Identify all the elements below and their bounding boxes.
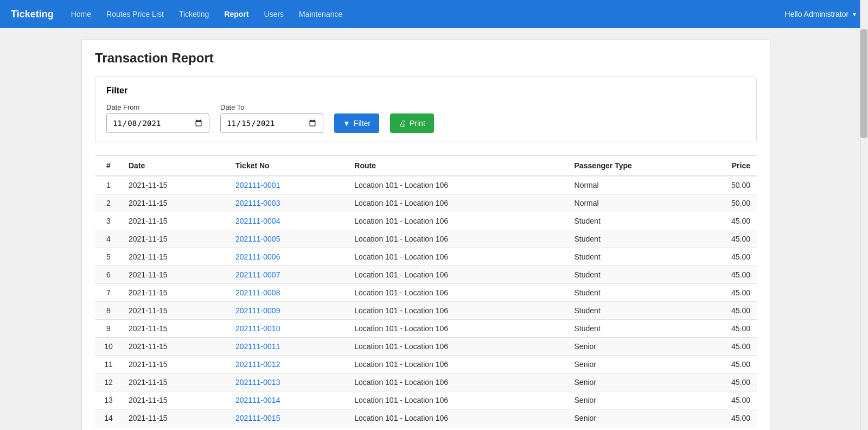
cell-passenger-type: Student (568, 248, 713, 266)
ticket-link[interactable]: 202111-0013 (235, 378, 280, 387)
table-row: 52021-11-15202111-0006Location 101 - Loc… (95, 248, 757, 266)
cell-passenger-type: Normal (568, 176, 713, 194)
cell-ticket: 202111-0012 (229, 356, 348, 374)
cell-price: 45.00 (713, 266, 757, 284)
cell-passenger-type: Senior (568, 356, 713, 374)
date-from-input[interactable] (106, 113, 209, 133)
cell-price: 45.00 (713, 248, 757, 266)
ticket-link[interactable]: 202111-0004 (235, 217, 280, 225)
cell-date: 2021-11-15 (122, 248, 229, 266)
date-to-label: Date To (220, 103, 323, 111)
cell-route: Location 101 - Location 106 (348, 230, 567, 248)
cell-num: 5 (95, 248, 122, 266)
cell-date: 2021-11-15 (122, 194, 229, 212)
cell-num: 8 (95, 302, 122, 320)
ticket-link[interactable]: 202111-0014 (235, 396, 280, 404)
filter-button[interactable]: ▼ Filter (334, 113, 379, 133)
user-menu[interactable]: Hello Administrator ▼ (785, 10, 857, 18)
cell-route: Location 101 - Location 106 (348, 266, 567, 284)
nav-menu: HomeRoutes Price ListTicketingReportUser… (65, 10, 785, 18)
print-button[interactable]: 🖨 Print (390, 113, 434, 133)
cell-date: 2021-11-15 (122, 266, 229, 284)
date-from-field: Date From (106, 103, 209, 133)
cell-price: 50.00 (713, 176, 757, 194)
cell-route: Location 101 - Location 106 (348, 320, 567, 338)
ticket-link[interactable]: 202111-0011 (235, 342, 280, 351)
ticket-link[interactable]: 202111-0012 (235, 360, 280, 369)
cell-route: Location 101 - Location 106 (348, 176, 567, 194)
date-to-input[interactable] (220, 113, 323, 133)
ticket-link[interactable]: 202111-0005 (235, 235, 280, 243)
ticket-link[interactable]: 202111-0006 (235, 252, 280, 261)
filter-row: Date From Date To ▼ Filter 🖨 Print (106, 103, 745, 133)
cell-ticket: 202111-0004 (229, 212, 348, 230)
cell-ticket: 202111-0013 (229, 374, 348, 391)
cell-num: 2 (95, 194, 122, 212)
cell-date: 2021-11-15 (122, 230, 229, 248)
nav-item-ticketing[interactable]: Ticketing (173, 5, 216, 23)
cell-route: Location 101 - Location 106 (348, 248, 567, 266)
cell-date: 2021-11-15 (122, 374, 229, 391)
cell-passenger-type: Normal (568, 194, 713, 212)
cell-date: 2021-11-15 (122, 409, 229, 427)
ticket-link[interactable]: 202111-0001 (235, 181, 280, 189)
filter-icon: ▼ (343, 119, 350, 128)
ticket-link[interactable]: 202111-0010 (235, 324, 280, 333)
cell-num: 3 (95, 212, 122, 230)
cell-passenger-type: Student (568, 230, 713, 248)
printer-icon: 🖨 (399, 119, 406, 128)
cell-route: Location 101 - Location 106 (348, 302, 567, 320)
col-header-ticket: Ticket No (229, 156, 348, 176)
cell-ticket: 202111-0007 (229, 266, 348, 284)
cell-price: 45.00 (713, 212, 757, 230)
page-title: Transaction Report (95, 50, 757, 66)
cell-ticket: 202111-0005 (229, 230, 348, 248)
ticket-link[interactable]: 202111-0009 (235, 306, 280, 315)
brand-logo[interactable]: Ticketing (11, 9, 54, 20)
nav-item-users[interactable]: Users (258, 5, 291, 23)
cell-ticket: 202111-0006 (229, 248, 348, 266)
ticket-link[interactable]: 202111-0003 (235, 199, 280, 207)
cell-passenger-type: Senior (568, 391, 713, 409)
col-header-price: Price (713, 156, 757, 176)
cell-passenger-type: Normal (568, 427, 713, 431)
cell-num: 11 (95, 356, 122, 374)
ticket-link[interactable]: 202111-0015 (235, 414, 280, 422)
cell-route: Location 101 - Location 106 (348, 409, 567, 427)
ticket-link[interactable]: 202111-0008 (235, 288, 280, 297)
ticket-link[interactable]: 202111-0007 (235, 270, 280, 279)
table-row: 122021-11-15202111-0013Location 101 - Lo… (95, 374, 757, 391)
cell-passenger-type: Senior (568, 374, 713, 391)
table-row: 152021-11-15202111-0016Location 101 - Lo… (95, 427, 757, 431)
nav-item-home[interactable]: Home (65, 5, 98, 23)
table-body: 12021-11-15202111-0001Location 101 - Loc… (95, 176, 757, 430)
nav-item-maintenance[interactable]: Maintenance (292, 5, 349, 23)
cell-num: 15 (95, 427, 122, 431)
table-row: 32021-11-15202111-0004Location 101 - Loc… (95, 212, 757, 230)
cell-num: 12 (95, 374, 122, 391)
nav-item-routes-price-list[interactable]: Routes Price List (100, 5, 170, 23)
cell-date: 2021-11-15 (122, 302, 229, 320)
table-row: 112021-11-15202111-0012Location 101 - Lo… (95, 356, 757, 374)
cell-date: 2021-11-15 (122, 284, 229, 302)
scrollbar-thumb[interactable] (860, 29, 867, 138)
cell-passenger-type: Student (568, 320, 713, 338)
cell-ticket: 202111-0009 (229, 302, 348, 320)
cell-date: 2021-11-15 (122, 391, 229, 409)
cell-price: 45.00 (713, 320, 757, 338)
table-row: 82021-11-15202111-0009Location 101 - Loc… (95, 302, 757, 320)
cell-route: Location 101 - Location 105 (348, 427, 567, 431)
cell-ticket: 202111-0015 (229, 409, 348, 427)
scrollbar[interactable] (860, 0, 868, 430)
cell-route: Location 101 - Location 106 (348, 194, 567, 212)
nav-item-report[interactable]: Report (218, 5, 255, 23)
table-row: 142021-11-15202111-0015Location 101 - Lo… (95, 409, 757, 427)
col-header-route: Route (348, 156, 567, 176)
cell-num: 6 (95, 266, 122, 284)
cell-ticket: 202111-0010 (229, 320, 348, 338)
cell-price: 45.00 (713, 284, 757, 302)
col-header-date: Date (122, 156, 229, 176)
cell-date: 2021-11-15 (122, 176, 229, 194)
cell-price: 50.00 (713, 194, 757, 212)
cell-num: 1 (95, 176, 122, 194)
